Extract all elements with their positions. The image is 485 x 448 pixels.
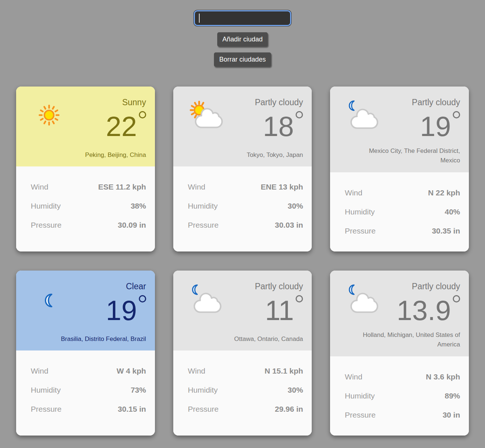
wind-label: Wind bbox=[31, 183, 48, 191]
sun-behind-cloud-icon bbox=[189, 100, 225, 130]
wind-value: N 15.1 kph bbox=[264, 367, 303, 375]
condition-text: Sunny bbox=[122, 98, 146, 107]
pressure-row: Pressure 30.15 in bbox=[31, 405, 146, 414]
pressure-label: Pressure bbox=[188, 405, 219, 414]
wind-value: N 22 kph bbox=[428, 188, 460, 197]
humidity-value: 38% bbox=[131, 202, 146, 210]
wind-row: Wind ENE 13 kph bbox=[188, 183, 303, 191]
wind-row: Wind W 4 kph bbox=[31, 367, 146, 375]
wind-value: W 4 kph bbox=[116, 367, 146, 375]
moon-behind-cloud-icon bbox=[346, 100, 381, 131]
humidity-value: 89% bbox=[445, 392, 460, 400]
humidity-label: Humidity bbox=[31, 386, 61, 394]
add-city-button[interactable]: Añadir ciudad bbox=[217, 32, 268, 47]
degree-symbol bbox=[139, 111, 146, 118]
pressure-label: Pressure bbox=[345, 227, 375, 235]
humidity-label: Humidity bbox=[31, 202, 61, 210]
wind-label: Wind bbox=[31, 367, 48, 375]
card-stats: Wind N 22 kph Humidity 40% Pressure 30.3… bbox=[330, 172, 469, 251]
pressure-value: 30.15 in bbox=[118, 405, 146, 414]
pressure-value: 30.35 in bbox=[432, 227, 460, 235]
humidity-label: Humidity bbox=[188, 386, 218, 394]
card-stats: Wind N 3.6 kph Humidity 89% Pressure 30 … bbox=[330, 356, 469, 436]
degree-symbol bbox=[453, 295, 460, 302]
humidity-row: Humidity 73% bbox=[31, 386, 146, 394]
pressure-row: Pressure 30.03 in bbox=[188, 221, 303, 229]
temperature: 19 bbox=[420, 113, 460, 140]
humidity-label: Humidity bbox=[188, 202, 218, 210]
wind-row: Wind N 15.1 kph bbox=[188, 367, 303, 375]
humidity-row: Humidity 30% bbox=[188, 202, 303, 210]
degree-symbol bbox=[453, 111, 460, 118]
humidity-row: Humidity 40% bbox=[345, 208, 460, 216]
location-text: Tokyo, Tokyo, Japan bbox=[247, 144, 303, 160]
top-controls: Añadir ciudad Borrar ciudades bbox=[0, 0, 485, 67]
pressure-value: 30.03 in bbox=[275, 221, 303, 229]
condition-text: Partly cloudy bbox=[255, 282, 303, 291]
humidity-row: Humidity 38% bbox=[31, 202, 146, 210]
temperature: 22 bbox=[106, 113, 146, 140]
wind-label: Wind bbox=[188, 183, 206, 191]
wind-value: N 3.6 kph bbox=[426, 372, 460, 381]
card-summary: Sunny 22 Peking, Beijing, China bbox=[16, 87, 155, 166]
condition-text: Partly cloudy bbox=[255, 98, 303, 107]
crescent-moon-icon bbox=[43, 293, 58, 309]
card-summary: Partly cloudy 13.9 Holland, Michigan, Un… bbox=[330, 271, 469, 356]
wind-label: Wind bbox=[345, 372, 362, 381]
pressure-label: Pressure bbox=[31, 405, 62, 414]
pressure-value: 30 in bbox=[443, 411, 460, 419]
wind-row: Wind ESE 11.2 kph bbox=[31, 183, 146, 191]
temperature-value: 18 bbox=[263, 111, 294, 142]
weather-card: Sunny 22 Peking, Beijing, China Wind ESE… bbox=[16, 87, 155, 251]
wind-row: Wind N 3.6 kph bbox=[345, 372, 460, 381]
city-input[interactable] bbox=[194, 10, 291, 26]
card-summary: Partly cloudy 18 Tokyo, Tokyo, Japan bbox=[173, 87, 312, 166]
humidity-row: Humidity 89% bbox=[345, 392, 460, 400]
weather-cards-grid: Sunny 22 Peking, Beijing, China Wind ESE… bbox=[16, 87, 469, 436]
temperature-value: 11 bbox=[265, 295, 294, 326]
weather-card: Partly cloudy 19 Mexico City, The Federa… bbox=[330, 87, 469, 251]
wind-row: Wind N 22 kph bbox=[345, 188, 460, 197]
card-stats: Wind ESE 11.2 kph Humidity 38% Pressure … bbox=[16, 166, 155, 251]
clear-cities-button[interactable]: Borrar ciudades bbox=[214, 52, 271, 67]
temperature: 13.9 bbox=[397, 297, 460, 324]
temperature: 11 bbox=[265, 297, 303, 324]
moon-behind-cloud-icon bbox=[346, 284, 381, 315]
humidity-value: 73% bbox=[131, 386, 146, 394]
location-text: Holland, Michigan, United States of Amer… bbox=[350, 324, 460, 350]
pressure-label: Pressure bbox=[345, 411, 375, 419]
degree-symbol bbox=[296, 295, 303, 302]
condition-text: Clear bbox=[126, 282, 146, 291]
humidity-label: Humidity bbox=[345, 208, 375, 216]
wind-label: Wind bbox=[188, 367, 206, 375]
card-summary: Partly cloudy 11 Ottawa, Ontario, Canada bbox=[173, 271, 312, 350]
temperature-value: 19 bbox=[106, 295, 137, 326]
card-stats: Wind N 15.1 kph Humidity 30% Pressure 29… bbox=[173, 350, 312, 436]
pressure-row: Pressure 30 in bbox=[345, 411, 460, 419]
humidity-value: 30% bbox=[288, 202, 303, 210]
pressure-value: 30.09 in bbox=[118, 221, 146, 229]
card-stats: Wind ENE 13 kph Humidity 30% Pressure 30… bbox=[173, 166, 312, 251]
humidity-value: 40% bbox=[445, 208, 460, 216]
temperature-value: 22 bbox=[106, 111, 137, 142]
pressure-value: 29.96 in bbox=[275, 405, 303, 414]
location-text: Ottawa, Ontario, Canada bbox=[234, 328, 303, 344]
pressure-row: Pressure 29.96 in bbox=[188, 405, 303, 414]
wind-value: ENE 13 kph bbox=[261, 183, 303, 191]
temperature-value: 19 bbox=[420, 111, 451, 142]
pressure-row: Pressure 30.35 in bbox=[345, 227, 460, 235]
location-text: Mexico City, The Federal District, Mexic… bbox=[350, 140, 460, 166]
degree-symbol bbox=[139, 295, 146, 302]
text-caret bbox=[199, 14, 200, 23]
humidity-label: Humidity bbox=[345, 392, 375, 400]
humidity-value: 30% bbox=[288, 386, 303, 394]
temperature: 19 bbox=[106, 297, 146, 324]
weather-card: Clear 19 Brasilia, Distrito Federal, Bra… bbox=[16, 271, 155, 436]
temperature-value: 13.9 bbox=[397, 295, 451, 326]
city-input-wrap bbox=[194, 10, 291, 26]
pressure-row: Pressure 30.09 in bbox=[31, 221, 146, 229]
moon-behind-cloud-icon bbox=[189, 284, 224, 315]
weather-card: Partly cloudy 18 Tokyo, Tokyo, Japan Win… bbox=[173, 87, 312, 251]
wind-label: Wind bbox=[345, 188, 362, 197]
temperature: 18 bbox=[263, 113, 303, 140]
